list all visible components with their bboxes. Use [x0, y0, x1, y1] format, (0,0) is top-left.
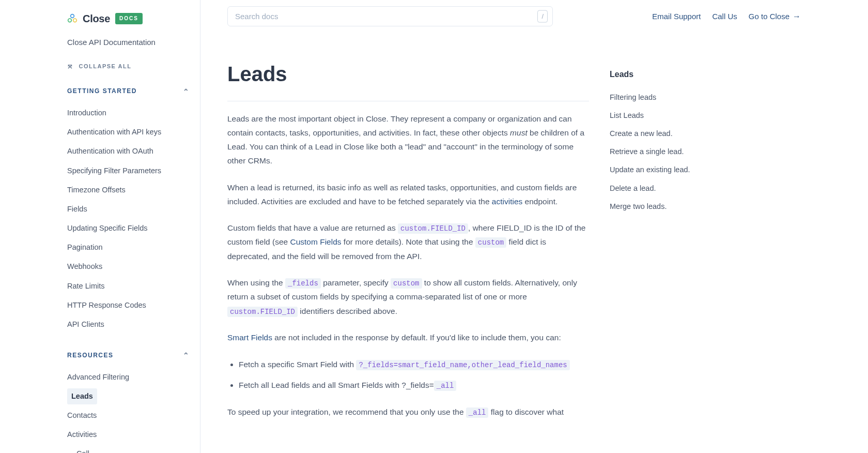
paragraph: When a lead is returned, its basic info …: [227, 180, 589, 208]
code-inline: custom.FIELD_ID: [398, 223, 468, 234]
close-logo-icon: [67, 13, 78, 24]
nav-item[interactable]: Pagination: [67, 238, 190, 257]
collapse-icon: ⤧: [67, 63, 74, 70]
collapse-all-button[interactable]: ⤧ COLLAPSE ALL: [67, 62, 190, 71]
nav-item[interactable]: API Clients: [67, 315, 190, 334]
nav-list-resources: Advanced Filtering Leads Contacts Activi…: [67, 368, 190, 453]
nav-item[interactable]: Activities: [67, 425, 190, 444]
toc-item[interactable]: Merge two leads.: [610, 198, 721, 216]
toc: Leads Filtering leads List Leads Create …: [610, 33, 721, 432]
svg-point-2: [73, 19, 77, 22]
nav-item[interactable]: Timezone Offsets: [67, 180, 190, 200]
section-header-resources[interactable]: RESOURCES ⌃: [67, 350, 190, 361]
sidebar-subtitle: Close API Documentation: [67, 36, 190, 49]
sidebar: Close DOCS Close API Documentation ⤧ COL…: [0, 0, 200, 453]
go-to-close-label: Go to Close: [749, 10, 789, 23]
svg-point-1: [68, 19, 72, 22]
nav-item[interactable]: Rate Limits: [67, 277, 190, 296]
go-to-close-link[interactable]: Go to Close →: [749, 10, 801, 23]
search-wrap: /: [227, 6, 553, 26]
nav-item[interactable]: Contacts: [67, 406, 190, 425]
nav-item[interactable]: Advanced Filtering: [67, 368, 190, 387]
activities-link[interactable]: activities: [492, 197, 522, 206]
toc-item[interactable]: Delete a lead.: [610, 179, 721, 198]
slash-key-hint: /: [537, 10, 548, 23]
collapse-all-label: COLLAPSE ALL: [79, 62, 132, 71]
paragraph: Smart Fields are not included in the res…: [227, 330, 589, 344]
chevron-up-icon: ⌃: [183, 86, 190, 97]
svg-point-0: [71, 14, 74, 18]
code-inline: custom: [475, 237, 506, 248]
nav-item[interactable]: Authentication with OAuth: [67, 142, 190, 161]
code-inline: custom.FIELD_ID: [227, 307, 298, 317]
nav-item[interactable]: Introduction: [67, 103, 190, 123]
toc-title: Leads: [610, 68, 721, 81]
toc-item[interactable]: List Leads: [610, 107, 721, 125]
code-inline: _all: [434, 381, 457, 391]
nav-item[interactable]: Updating Specific Fields: [67, 219, 190, 238]
article: Leads Leads are the most important objec…: [227, 33, 589, 432]
logo-row: Close DOCS: [67, 10, 190, 27]
chevron-up-icon: ⌃: [183, 350, 190, 361]
section-title: RESOURCES: [67, 351, 114, 360]
call-us-link[interactable]: Call Us: [712, 10, 737, 23]
nav-item[interactable]: Call: [67, 444, 190, 453]
topbar: / Email Support Call Us Go to Close →: [200, 0, 868, 33]
code-inline: _fields: [285, 278, 321, 289]
docs-badge: DOCS: [115, 13, 143, 24]
toc-item[interactable]: Filtering leads: [610, 88, 721, 107]
toc-item[interactable]: Create a new lead.: [610, 125, 721, 143]
nav-item[interactable]: Webhooks: [67, 257, 190, 276]
brand-name: Close: [83, 10, 110, 27]
arrow-right-icon: →: [793, 10, 801, 23]
main: / Email Support Call Us Go to Close → Le…: [200, 0, 868, 453]
nav-item[interactable]: HTTP Response Codes: [67, 296, 190, 315]
bullet-list: Fetch a specific Smart Field with ?_fiel…: [239, 357, 589, 392]
list-item: Fetch all Lead fields and all Smart Fiel…: [239, 377, 589, 393]
nav-list-getting-started: Introduction Authentication with API key…: [67, 103, 190, 334]
toc-item[interactable]: Update an existing lead.: [610, 161, 721, 179]
list-item: Fetch a specific Smart Field with ?_fiel…: [239, 357, 589, 372]
smart-fields-link[interactable]: Smart Fields: [227, 333, 272, 342]
paragraph: Leads are the most important object in C…: [227, 112, 589, 168]
toc-item[interactable]: Retrieve a single lead.: [610, 143, 721, 161]
paragraph: When using the _fields parameter, specif…: [227, 276, 589, 318]
section-title: GETTING STARTED: [67, 86, 137, 96]
content-wrap: Leads Leads are the most important objec…: [200, 33, 868, 453]
nav-item-leads[interactable]: Leads: [67, 388, 97, 404]
section-header-getting-started[interactable]: GETTING STARTED ⌃: [67, 86, 190, 97]
page-title: Leads: [227, 57, 589, 101]
code-inline: ?_fields=smart_field_name,other_lead_fie…: [356, 360, 569, 370]
toplinks: Email Support Call Us Go to Close →: [652, 10, 801, 23]
nav-item[interactable]: Fields: [67, 200, 190, 219]
code-inline: _all: [466, 407, 489, 418]
code-inline: custom: [391, 278, 422, 289]
toc-list: Filtering leads List Leads Create a new …: [610, 88, 721, 216]
custom-fields-link[interactable]: Custom Fields: [290, 237, 341, 246]
paragraph: Custom fields that have a value are retu…: [227, 221, 589, 263]
nav-item[interactable]: Specifying Filter Parameters: [67, 161, 190, 180]
email-support-link[interactable]: Email Support: [652, 10, 701, 23]
search-input[interactable]: [227, 6, 553, 26]
nav-item[interactable]: Authentication with API keys: [67, 123, 190, 142]
paragraph: To speed up your integration, we recomme…: [227, 405, 589, 419]
